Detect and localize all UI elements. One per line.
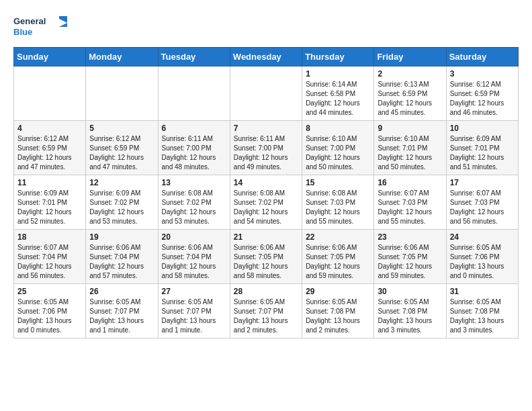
day-info: Sunrise: 6:05 AM Sunset: 7:07 PM Dayligh… bbox=[89, 298, 154, 335]
calendar-cell: 6Sunrise: 6:11 AM Sunset: 7:00 PM Daylig… bbox=[158, 121, 230, 175]
calendar-cell: 13Sunrise: 6:08 AM Sunset: 7:02 PM Dayli… bbox=[158, 175, 230, 230]
day-info: Sunrise: 6:05 AM Sunset: 7:06 PM Dayligh… bbox=[17, 298, 82, 335]
day-of-week-monday: Monday bbox=[86, 48, 158, 66]
calendar-cell: 27Sunrise: 6:05 AM Sunset: 7:07 PM Dayli… bbox=[158, 284, 230, 338]
day-number: 18 bbox=[17, 232, 82, 242]
calendar-week-5: 25Sunrise: 6:05 AM Sunset: 7:06 PM Dayli… bbox=[14, 284, 519, 338]
day-of-week-saturday: Saturday bbox=[446, 48, 518, 66]
calendar-cell: 15Sunrise: 6:08 AM Sunset: 7:03 PM Dayli… bbox=[302, 175, 374, 230]
calendar-cell: 8Sunrise: 6:10 AM Sunset: 7:00 PM Daylig… bbox=[302, 121, 374, 175]
calendar-cell: 5Sunrise: 6:12 AM Sunset: 6:59 PM Daylig… bbox=[86, 121, 158, 175]
day-number: 14 bbox=[234, 178, 298, 187]
day-number: 21 bbox=[234, 232, 298, 242]
calendar-week-4: 18Sunrise: 6:07 AM Sunset: 7:04 PM Dayli… bbox=[14, 230, 519, 284]
day-number: 24 bbox=[450, 232, 515, 242]
day-info: Sunrise: 6:12 AM Sunset: 6:59 PM Dayligh… bbox=[17, 134, 82, 172]
day-number: 10 bbox=[450, 124, 515, 133]
calendar-cell bbox=[86, 66, 158, 121]
day-of-week-thursday: Thursday bbox=[302, 48, 374, 66]
day-number: 29 bbox=[306, 287, 370, 296]
calendar-cell: 12Sunrise: 6:09 AM Sunset: 7:02 PM Dayli… bbox=[86, 175, 158, 230]
calendar-cell: 25Sunrise: 6:05 AM Sunset: 7:06 PM Dayli… bbox=[14, 284, 86, 338]
day-info: Sunrise: 6:06 AM Sunset: 7:05 PM Dayligh… bbox=[306, 243, 370, 281]
calendar-week-1: 1Sunrise: 6:14 AM Sunset: 6:58 PM Daylig… bbox=[14, 66, 519, 121]
day-info: Sunrise: 6:06 AM Sunset: 7:04 PM Dayligh… bbox=[162, 243, 226, 281]
calendar-cell bbox=[14, 66, 86, 121]
day-of-week-tuesday: Tuesday bbox=[158, 48, 230, 66]
day-info: Sunrise: 6:11 AM Sunset: 7:00 PM Dayligh… bbox=[234, 134, 298, 172]
calendar-cell: 18Sunrise: 6:07 AM Sunset: 7:04 PM Dayli… bbox=[14, 230, 86, 284]
day-number: 12 bbox=[89, 178, 154, 187]
day-number: 16 bbox=[378, 178, 442, 187]
day-info: Sunrise: 6:08 AM Sunset: 7:02 PM Dayligh… bbox=[162, 189, 226, 226]
day-number: 26 bbox=[89, 287, 154, 296]
calendar-cell: 9Sunrise: 6:10 AM Sunset: 7:01 PM Daylig… bbox=[374, 121, 446, 175]
day-info: Sunrise: 6:09 AM Sunset: 7:01 PM Dayligh… bbox=[17, 189, 82, 226]
calendar-cell: 28Sunrise: 6:05 AM Sunset: 7:07 PM Dayli… bbox=[230, 284, 302, 338]
logo: General Blue bbox=[13, 13, 67, 40]
calendar-cell: 26Sunrise: 6:05 AM Sunset: 7:07 PM Dayli… bbox=[86, 284, 158, 338]
calendar-cell: 14Sunrise: 6:08 AM Sunset: 7:02 PM Dayli… bbox=[230, 175, 302, 230]
calendar-week-3: 11Sunrise: 6:09 AM Sunset: 7:01 PM Dayli… bbox=[14, 175, 519, 230]
calendar-cell: 17Sunrise: 6:07 AM Sunset: 7:03 PM Dayli… bbox=[446, 175, 518, 230]
day-info: Sunrise: 6:07 AM Sunset: 7:03 PM Dayligh… bbox=[450, 189, 515, 226]
calendar-cell: 4Sunrise: 6:12 AM Sunset: 6:59 PM Daylig… bbox=[14, 121, 86, 175]
day-number: 8 bbox=[306, 124, 370, 133]
day-info: Sunrise: 6:09 AM Sunset: 7:01 PM Dayligh… bbox=[450, 134, 515, 172]
calendar-table: SundayMondayTuesdayWednesdayThursdayFrid… bbox=[13, 47, 519, 338]
page-header: General Blue bbox=[13, 13, 519, 40]
day-number: 13 bbox=[162, 178, 226, 187]
day-number: 5 bbox=[89, 124, 154, 133]
day-info: Sunrise: 6:08 AM Sunset: 7:02 PM Dayligh… bbox=[234, 189, 298, 226]
day-info: Sunrise: 6:09 AM Sunset: 7:02 PM Dayligh… bbox=[89, 189, 154, 226]
day-number: 30 bbox=[378, 287, 442, 296]
calendar-cell: 20Sunrise: 6:06 AM Sunset: 7:04 PM Dayli… bbox=[158, 230, 230, 284]
day-info: Sunrise: 6:12 AM Sunset: 6:59 PM Dayligh… bbox=[450, 80, 515, 118]
calendar-week-2: 4Sunrise: 6:12 AM Sunset: 6:59 PM Daylig… bbox=[14, 121, 519, 175]
day-number: 22 bbox=[306, 232, 370, 242]
day-number: 1 bbox=[306, 69, 370, 79]
calendar-cell: 21Sunrise: 6:06 AM Sunset: 7:05 PM Dayli… bbox=[230, 230, 302, 284]
day-info: Sunrise: 6:07 AM Sunset: 7:04 PM Dayligh… bbox=[17, 243, 82, 281]
day-number: 2 bbox=[378, 69, 442, 79]
day-number: 6 bbox=[162, 124, 226, 133]
day-number: 15 bbox=[306, 178, 370, 187]
calendar-cell: 23Sunrise: 6:06 AM Sunset: 7:05 PM Dayli… bbox=[374, 230, 446, 284]
calendar-cell: 10Sunrise: 6:09 AM Sunset: 7:01 PM Dayli… bbox=[446, 121, 518, 175]
calendar-cell: 7Sunrise: 6:11 AM Sunset: 7:00 PM Daylig… bbox=[230, 121, 302, 175]
day-number: 17 bbox=[450, 178, 515, 187]
day-info: Sunrise: 6:13 AM Sunset: 6:59 PM Dayligh… bbox=[378, 80, 442, 118]
calendar-cell: 31Sunrise: 6:05 AM Sunset: 7:08 PM Dayli… bbox=[446, 284, 518, 338]
calendar-cell: 24Sunrise: 6:05 AM Sunset: 7:06 PM Dayli… bbox=[446, 230, 518, 284]
day-info: Sunrise: 6:10 AM Sunset: 7:00 PM Dayligh… bbox=[306, 134, 370, 172]
day-info: Sunrise: 6:06 AM Sunset: 7:05 PM Dayligh… bbox=[378, 243, 442, 281]
day-info: Sunrise: 6:08 AM Sunset: 7:03 PM Dayligh… bbox=[306, 189, 370, 226]
calendar-cell: 22Sunrise: 6:06 AM Sunset: 7:05 PM Dayli… bbox=[302, 230, 374, 284]
day-info: Sunrise: 6:05 AM Sunset: 7:08 PM Dayligh… bbox=[450, 298, 515, 335]
calendar-cell: 11Sunrise: 6:09 AM Sunset: 7:01 PM Dayli… bbox=[14, 175, 86, 230]
calendar-cell: 1Sunrise: 6:14 AM Sunset: 6:58 PM Daylig… bbox=[302, 66, 374, 121]
day-info: Sunrise: 6:12 AM Sunset: 6:59 PM Dayligh… bbox=[89, 134, 154, 172]
day-of-week-friday: Friday bbox=[374, 48, 446, 66]
day-info: Sunrise: 6:05 AM Sunset: 7:06 PM Dayligh… bbox=[450, 243, 515, 281]
day-info: Sunrise: 6:05 AM Sunset: 7:08 PM Dayligh… bbox=[306, 298, 370, 335]
calendar-cell: 16Sunrise: 6:07 AM Sunset: 7:03 PM Dayli… bbox=[374, 175, 446, 230]
calendar-cell: 2Sunrise: 6:13 AM Sunset: 6:59 PM Daylig… bbox=[374, 66, 446, 121]
day-info: Sunrise: 6:06 AM Sunset: 7:04 PM Dayligh… bbox=[89, 243, 154, 281]
calendar-cell: 19Sunrise: 6:06 AM Sunset: 7:04 PM Dayli… bbox=[86, 230, 158, 284]
day-number: 23 bbox=[378, 232, 442, 242]
day-info: Sunrise: 6:10 AM Sunset: 7:01 PM Dayligh… bbox=[378, 134, 442, 172]
day-number: 20 bbox=[162, 232, 226, 242]
day-number: 28 bbox=[234, 287, 298, 296]
day-number: 3 bbox=[450, 69, 515, 79]
calendar-cell bbox=[230, 66, 302, 121]
calendar-cell: 30Sunrise: 6:05 AM Sunset: 7:08 PM Dayli… bbox=[374, 284, 446, 338]
day-info: Sunrise: 6:07 AM Sunset: 7:03 PM Dayligh… bbox=[378, 189, 442, 226]
day-number: 11 bbox=[17, 178, 82, 187]
day-info: Sunrise: 6:05 AM Sunset: 7:07 PM Dayligh… bbox=[234, 298, 298, 335]
svg-text:General: General bbox=[13, 16, 46, 26]
day-of-week-sunday: Sunday bbox=[14, 48, 86, 66]
day-info: Sunrise: 6:14 AM Sunset: 6:58 PM Dayligh… bbox=[306, 80, 370, 118]
svg-text:Blue: Blue bbox=[13, 27, 32, 37]
day-info: Sunrise: 6:11 AM Sunset: 7:00 PM Dayligh… bbox=[162, 134, 226, 172]
